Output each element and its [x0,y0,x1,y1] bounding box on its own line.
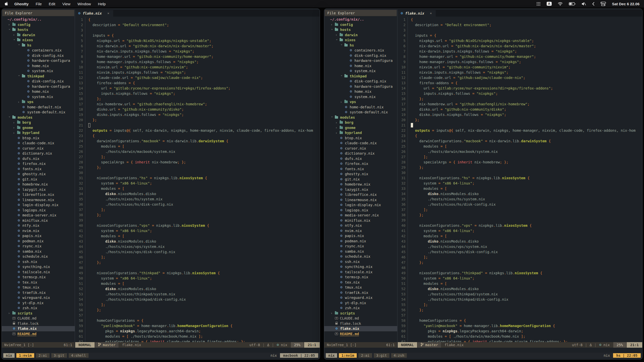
menu-clock[interactable]: Sat Dec 6 22.06 [612,2,639,6]
tmux-window-2-ai[interactable]: 2:ai [36,353,50,358]
code-line-26[interactable]: 26 ./hosts/darwin/macbook/system.nix [397,149,642,154]
tree-row-borg[interactable]: ›borg [2,120,75,125]
code-line-24[interactable]: 24 darwinConfigurations."macbook" = nix-… [397,139,642,144]
code-line-45[interactable]: 45 ./hosts/nixos/vps/disk-config.nix [397,249,642,255]
code-line-49[interactable]: 49 nixosConfigurations."thinkpad" = nixp… [75,270,320,276]
tree-row-tmux.nix[interactable]: ⚙tmux.nix [2,285,75,290]
chevron-left-icon[interactable] [592,2,594,6]
tree-row-scripts[interactable]: ›scripts [324,311,397,316]
code-line-8[interactable]: 8 home-manager.url = "github:nix-communi… [75,54,320,59]
tree-row-dictionary.nix[interactable]: ⚙dictionary.nix [2,151,75,156]
code-line-42[interactable]: 42 modules = [ [75,234,320,239]
code-line-54[interactable]: 54 ./hosts/nixos/thinkpad/disk-config.ni… [75,297,320,302]
code-line-22[interactable]: 22 outputs = inputs@{ self, nix-darwin, … [75,128,320,133]
code-line-13[interactable]: 13 firefox-addons = { [75,80,320,86]
tree-row-thinkpad[interactable]: ›thinkpad [324,74,397,79]
code-line-47[interactable]: 47 }; [397,260,642,265]
tmux-window-4-shell[interactable]: 4:shell [69,353,89,358]
code-line-55[interactable]: 55 ]; [397,302,642,307]
mute-icon[interactable] [582,2,586,6]
tmux-session-name[interactable]: nix [326,353,337,358]
tree-row-nvim.nix[interactable]: ⚙nvim.nix [324,228,397,234]
tree-row-nvim.nix[interactable]: ⚙nvim.nix [2,228,75,234]
tree-row-system.nix[interactable]: ⚙system.nix [2,68,75,74]
tmux-window-3-git[interactable]: 3:git [51,353,67,358]
tree-row-tailscale.nix[interactable]: ⚙tailscale.nix [2,269,75,275]
tree-row-home.nix[interactable]: ⚙home.nix [324,63,397,69]
code-line-18[interactable]: 18 disko.url = "github:nix-community/dis… [75,107,320,112]
tree-row-samba.nix[interactable]: ⚙samba.nix [2,249,75,254]
tmux-session-name[interactable]: nix [3,353,15,358]
code-line-4[interactable]: 4 inputs = { [75,33,320,38]
code-line-48[interactable]: 48 [397,265,642,270]
tree-row-traefik.nix[interactable]: ⚙traefik.nix [2,290,75,295]
code-line-62[interactable]: 62 extraSpecialArgs = { inherit claude-c… [75,339,320,342]
tree-row-traefik.nix[interactable]: ⚙traefik.nix [324,290,397,295]
code-line-2[interactable]: 2 description = "Default environment"; [75,22,320,28]
tree-row-git.nix[interactable]: ⚙git.nix [2,177,75,182]
tree-row-dufs.nix[interactable]: ⚙dufs.nix [324,156,397,161]
tree-row-samba.nix[interactable]: ⚙samba.nix [324,249,397,254]
code-line-46[interactable]: 46 ]; [397,255,642,260]
code-line-3[interactable]: 3 [397,28,642,33]
code-line-54[interactable]: 54 ./hosts/nixos/thinkpad/disk-config.ni… [397,297,642,302]
code-line-31[interactable]: 31 nixosConfigurations."hs" = nixpkgs.li… [75,175,320,181]
tree-row-logiops.nix[interactable]: ⚙logiops.nix [2,208,75,213]
tree-row-wireguard.nix[interactable]: ⚙wireguard.nix [324,295,397,300]
code-line-43[interactable]: 43 disko.nixosModules.disko [75,239,320,244]
code-line-1[interactable]: 1{ [397,17,642,22]
tree-row-libreoffice.nix[interactable]: ⚙libreoffice.nix [324,192,397,197]
code-line-57[interactable]: 57 [397,313,642,318]
tree-row-rsync.nix[interactable]: ⚙rsync.nix [2,244,75,249]
code-line-44[interactable]: 44 ./hosts/nixos/vps/system.nix [397,244,642,249]
apple-menu-icon[interactable] [5,2,8,6]
menu-item-view[interactable]: View [62,2,70,6]
tree-row-dufs.nix[interactable]: ⚙dufs.nix [2,156,75,161]
tree-row-vps[interactable]: ›vps [324,99,397,105]
tree-row-thinkpad[interactable]: ›thinkpad [2,74,75,79]
tree-row-disk-config.nix[interactable]: ⚙disk-config.nix [2,79,75,84]
code-line-21[interactable]: 21 [75,123,320,128]
code-line-39[interactable]: 39 [397,218,642,223]
code-line-8[interactable]: 8 home-manager.url = "github:nix-communi… [397,54,642,59]
tree-row-claude-code.nix[interactable]: ⚙claude-code.nix [324,141,397,146]
code-line-15[interactable]: 15 inputs.nixpkgs.follows = "nixpkgs"; [75,91,320,96]
code-line-37[interactable]: 37 ]; [397,207,642,212]
code-line-25[interactable]: 25 modules = [ [75,144,320,149]
code-line-12[interactable]: 12 claude-code.url = "github:sadjow/clau… [397,75,642,80]
code-line-14[interactable]: 14 url = "gitlab:rycee/nur-expressions?d… [397,86,642,91]
input-source-a-icon[interactable]: A [547,2,552,6]
code-line-30[interactable]: 30 [75,170,320,175]
tree-row-modules[interactable]: ›modules [2,115,75,120]
menu-item-help[interactable]: Help [98,2,106,6]
tree-row-lazygit.nix[interactable]: ⚙lazygit.nix [324,187,397,192]
tree-row-miniflux.nix[interactable]: ⚙miniflux.nix [2,218,75,223]
code-line-11[interactable]: 11 nixvim.inputs.nixpkgs.follows = "nixp… [75,70,320,75]
code-line-62[interactable]: 62 extraSpecialArgs = { inherit claude-c… [397,339,642,342]
code-line-27[interactable]: 27 ]; [397,154,642,160]
window-manager-icon[interactable] [600,2,606,6]
code-line-29[interactable]: 29 }; [397,165,642,170]
tab-close-icon[interactable]: × [430,11,432,15]
tree-row-zsh.nix[interactable]: ⚙zsh.nix [324,305,397,311]
tree-row-flake.lock[interactable]: flake.lock [2,321,75,326]
tree-row-lazygit.nix[interactable]: ⚙lazygit.nix [2,187,75,192]
tree-row-.confignix..[interactable]: ~/.config/nix/.. [324,17,397,22]
tree-row-ghostty.nix[interactable]: ⚙ghostty.nix [2,171,75,177]
tree-row-darwin[interactable]: ›darwin [324,32,397,38]
code-line-53[interactable]: 53 ./hosts/nixos/thinkpad/system.nix [397,292,642,297]
code-line-35[interactable]: 35 ./hosts/nixos/hs/system.nix [397,197,642,202]
tree-row-hs[interactable]: ›hs [324,43,397,48]
code-line-48[interactable]: 48 [75,265,320,270]
tree-row-termscp.nix[interactable]: ⚙termscp.nix [324,275,397,280]
code-line-51[interactable]: 51 modules = [ [397,281,642,286]
code-line-15[interactable]: 15 inputs.nixpkgs.follows = "nixpkgs"; [397,91,642,96]
code-line-28[interactable]: 28 specialArgs = { inherit nix-homebrew;… [397,160,642,165]
code-line-61[interactable]: 61 modules = [ ./hosts/darwin/macbook/ho… [75,334,320,339]
battery-charging-icon[interactable] [569,2,576,6]
tree-row-system.nix[interactable]: ⚙system.nix [324,94,397,100]
tmux-window-4-zsh[interactable]: 4:zsh [391,353,407,358]
code-line-5[interactable]: 5 nixpkgs.url = "github:NixOS/nixpkgs/ni… [75,38,320,43]
tree-row-home.nix[interactable]: ⚙home.nix [2,63,75,69]
tree-row-fonts.nix[interactable]: ⚙fonts.nix [2,166,75,172]
